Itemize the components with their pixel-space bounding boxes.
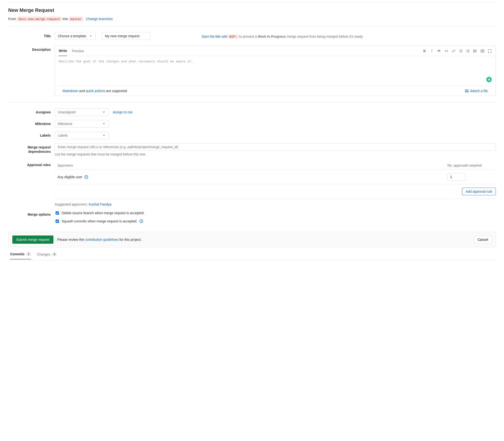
template-dropdown-text: Choose a template	[58, 34, 86, 38]
description-editor: Write Preview B I 123	[55, 46, 496, 96]
footer-text: Please review the contribution guideline…	[57, 238, 142, 241]
svg-text:3: 3	[466, 51, 467, 53]
quick-actions-link[interactable]: quick actions	[86, 89, 105, 93]
commits-tab[interactable]: Commits 2	[10, 252, 31, 259]
svg-text:?: ?	[86, 176, 87, 178]
chevron-down-icon	[102, 110, 106, 114]
suggested-approver-link[interactable]: Kushal Pandya	[89, 202, 111, 206]
change-branches-link[interactable]: Change branches	[86, 17, 113, 21]
assignee-dropdown[interactable]: Unassigned	[55, 108, 109, 116]
add-approval-rule-button[interactable]: Add approval rule	[462, 188, 496, 195]
chevron-down-icon	[89, 34, 92, 38]
approval-row: Any eligible user ?	[55, 170, 496, 184]
svg-text:?: ?	[141, 220, 142, 222]
target-branch: master	[69, 17, 83, 21]
svg-rect-6	[473, 49, 474, 50]
svg-point-11	[466, 90, 467, 91]
svg-rect-7	[473, 50, 474, 51]
milestone-label: Milestone	[8, 120, 55, 126]
suggested-approvers: Suggested approvers: Kushal Pandya	[55, 199, 496, 206]
dependencies-help: List the merge requests that must be mer…	[55, 152, 496, 156]
code-icon[interactable]	[444, 49, 448, 53]
chevron-down-icon	[102, 133, 106, 137]
template-dropdown[interactable]: Choose a template	[55, 32, 96, 40]
from-label: From	[8, 17, 16, 21]
wip-code: WIP:	[229, 34, 238, 39]
description-textarea[interactable]	[55, 56, 496, 85]
table-icon[interactable]	[481, 49, 484, 53]
approvers-header: Approvers	[55, 163, 447, 167]
chevron-down-icon	[102, 122, 106, 126]
cancel-button[interactable]: Cancel	[474, 236, 492, 243]
labels-dropdown[interactable]: Labels	[55, 131, 109, 139]
branch-info: From docs-new-merge-request into master …	[8, 17, 496, 21]
task-list-icon[interactable]	[473, 49, 477, 53]
approval-table: Approvers No. approvals required Any eli…	[55, 161, 496, 206]
assign-to-me-link[interactable]: Assign to me	[113, 110, 132, 114]
svg-point-2	[459, 52, 460, 52]
submit-button[interactable]: Submit merge request	[12, 236, 53, 244]
svg-point-1	[459, 51, 460, 51]
changes-count-badge: 3	[52, 252, 57, 256]
approvals-required-input[interactable]	[447, 173, 465, 181]
into-label: into	[62, 17, 68, 21]
quote-icon[interactable]	[437, 49, 441, 53]
link-icon[interactable]	[452, 49, 456, 53]
approvals-required-header: No. approvals required	[447, 163, 496, 167]
numbered-list-icon[interactable]: 123	[466, 49, 470, 53]
title-input[interactable]	[102, 32, 151, 40]
contribution-guidelines-link[interactable]: contribution guidelines	[85, 238, 118, 241]
fullscreen-icon[interactable]	[488, 49, 492, 53]
markdown-link[interactable]: Markdown	[62, 89, 78, 93]
changes-tab[interactable]: Changes 3	[37, 252, 57, 259]
preview-tab[interactable]: Preview	[72, 46, 84, 56]
help-icon[interactable]: ?	[84, 175, 88, 179]
delete-branch-option[interactable]: Delete source branch when merge request …	[55, 211, 496, 215]
merge-options-label: Merge options	[8, 211, 55, 216]
write-tab[interactable]: Write	[59, 46, 67, 56]
dependencies-input[interactable]	[55, 143, 496, 151]
squash-checkbox[interactable]	[56, 220, 59, 223]
source-branch: docs-new-merge-request	[17, 17, 61, 21]
approval-rules-label: Approval rules	[8, 161, 55, 167]
svg-point-0	[459, 50, 460, 50]
italic-icon[interactable]: I	[430, 49, 434, 53]
description-label: Description	[8, 46, 55, 51]
delete-branch-checkbox[interactable]	[56, 211, 59, 215]
assignee-label: Assignee	[8, 108, 55, 114]
attach-file-button[interactable]: Attach a file	[465, 89, 488, 93]
dependencies-label: Merge request dependencies	[8, 143, 55, 154]
footer-bar: Submit merge request Please review the c…	[8, 232, 496, 247]
milestone-dropdown[interactable]: Milestone	[55, 120, 109, 128]
grammarly-icon[interactable]	[486, 77, 492, 82]
title-label: Title	[8, 32, 55, 38]
commits-count-badge: 2	[26, 252, 31, 256]
svg-rect-8	[473, 51, 474, 52]
bottom-tabs: Commits 2 Changes 3	[8, 248, 496, 260]
squash-option[interactable]: Squash commits when merge request is acc…	[55, 219, 496, 224]
markdown-support-text: Markdown and quick actions are supported	[62, 89, 127, 93]
labels-label: Labels	[8, 131, 55, 137]
page-title: New Merge Request	[8, 7, 496, 13]
bold-icon[interactable]: B	[423, 49, 427, 53]
bullet-list-icon[interactable]	[459, 49, 463, 53]
any-eligible-user-text: Any eligible user	[58, 175, 82, 179]
help-icon[interactable]: ?	[139, 219, 143, 223]
wip-prefix-link[interactable]: Start the title with	[202, 34, 228, 38]
